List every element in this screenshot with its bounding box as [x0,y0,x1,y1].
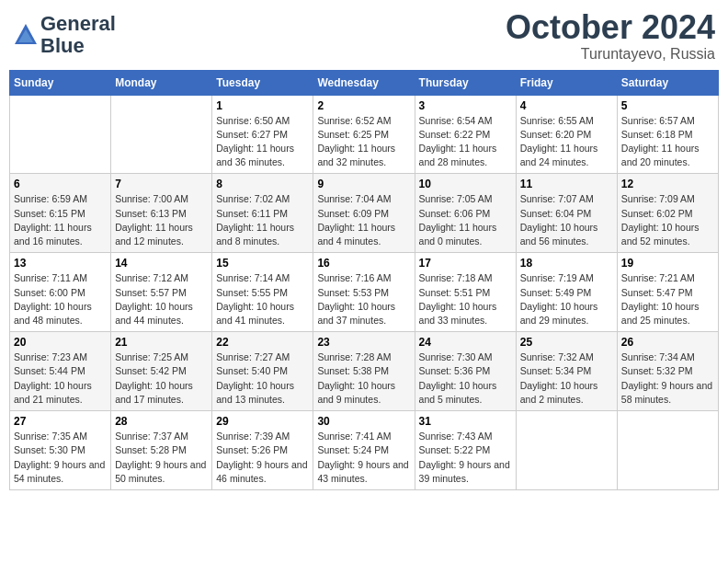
calendar-week-5: 27Sunrise: 7:35 AMSunset: 5:30 PMDayligh… [10,411,719,490]
day-number: 19 [621,257,714,270]
day-info: Sunrise: 7:25 AMSunset: 5:42 PMDaylight:… [115,350,208,407]
calendar-body: 1Sunrise: 6:50 AMSunset: 6:27 PMDaylight… [10,95,719,489]
day-info: Sunrise: 7:19 AMSunset: 5:49 PMDaylight:… [520,271,613,327]
calendar-cell: 20Sunrise: 7:23 AMSunset: 5:44 PMDayligh… [10,332,111,411]
day-info: Sunrise: 7:12 AMSunset: 5:57 PMDaylight:… [115,271,208,327]
weekday-header-wednesday: Wednesday [313,70,415,95]
calendar-cell: 11Sunrise: 7:07 AMSunset: 6:04 PMDayligh… [516,174,617,253]
day-info: Sunrise: 7:05 AMSunset: 6:06 PMDaylight:… [419,192,512,248]
calendar-header: SundayMondayTuesdayWednesdayThursdayFrid… [10,70,719,95]
calendar-cell: 18Sunrise: 7:19 AMSunset: 5:49 PMDayligh… [516,253,617,332]
calendar-week-1: 1Sunrise: 6:50 AMSunset: 6:27 PMDaylight… [10,95,719,174]
day-number: 26 [621,336,714,349]
day-info: Sunrise: 7:14 AMSunset: 5:55 PMDaylight:… [216,271,309,327]
day-number: 25 [520,336,613,349]
day-number: 17 [419,257,512,270]
calendar-cell: 7Sunrise: 7:00 AMSunset: 6:13 PMDaylight… [111,174,212,253]
calendar-cell: 3Sunrise: 6:54 AMSunset: 6:22 PMDaylight… [415,95,516,174]
day-number: 15 [216,257,309,270]
calendar-cell [10,95,111,174]
day-info: Sunrise: 7:16 AMSunset: 5:53 PMDaylight:… [317,271,410,327]
day-number: 27 [14,415,107,428]
calendar-cell: 14Sunrise: 7:12 AMSunset: 5:57 PMDayligh… [111,253,212,332]
calendar-cell: 28Sunrise: 7:37 AMSunset: 5:28 PMDayligh… [111,411,212,490]
day-number: 4 [520,99,613,112]
day-number: 20 [14,336,107,349]
calendar-cell: 16Sunrise: 7:16 AMSunset: 5:53 PMDayligh… [313,253,415,332]
day-number: 21 [115,336,208,349]
calendar-cell: 12Sunrise: 7:09 AMSunset: 6:02 PMDayligh… [617,174,718,253]
calendar-cell: 24Sunrise: 7:30 AMSunset: 5:36 PMDayligh… [415,332,516,411]
day-number: 8 [216,178,309,190]
location: Turuntayevo, Russia [506,46,715,63]
logo-icon [13,22,39,48]
day-info: Sunrise: 7:04 AMSunset: 6:09 PMDaylight:… [317,192,410,248]
day-info: Sunrise: 7:23 AMSunset: 5:44 PMDaylight:… [14,350,107,407]
day-number: 23 [317,336,410,349]
weekday-header-tuesday: Tuesday [212,70,313,95]
day-number: 6 [14,178,107,190]
calendar-cell: 5Sunrise: 6:57 AMSunset: 6:18 PMDaylight… [617,95,718,174]
weekday-header-monday: Monday [111,70,212,95]
title-block: October 2024 Turuntayevo, Russia [506,9,715,63]
day-info: Sunrise: 7:07 AMSunset: 6:04 PMDaylight:… [520,192,613,248]
calendar-week-4: 20Sunrise: 7:23 AMSunset: 5:44 PMDayligh… [10,332,719,411]
day-number: 16 [317,257,410,270]
calendar-cell: 21Sunrise: 7:25 AMSunset: 5:42 PMDayligh… [111,332,212,411]
calendar-cell: 15Sunrise: 7:14 AMSunset: 5:55 PMDayligh… [212,253,313,332]
day-number: 29 [216,415,309,428]
calendar-cell: 17Sunrise: 7:18 AMSunset: 5:51 PMDayligh… [415,253,516,332]
calendar-cell: 27Sunrise: 7:35 AMSunset: 5:30 PMDayligh… [10,411,111,490]
weekday-header-thursday: Thursday [415,70,516,95]
day-number: 1 [216,99,309,112]
day-info: Sunrise: 7:28 AMSunset: 5:38 PMDaylight:… [317,350,410,407]
logo-line1: General [40,13,116,35]
weekday-header-row: SundayMondayTuesdayWednesdayThursdayFrid… [10,70,719,95]
day-info: Sunrise: 7:39 AMSunset: 5:26 PMDaylight:… [216,430,309,486]
day-number: 2 [317,99,410,112]
calendar-cell: 2Sunrise: 6:52 AMSunset: 6:25 PMDaylight… [313,95,415,174]
logo-line2: Blue [40,35,116,57]
calendar-cell: 31Sunrise: 7:43 AMSunset: 5:22 PMDayligh… [415,411,516,490]
day-info: Sunrise: 6:55 AMSunset: 6:20 PMDaylight:… [520,114,613,170]
day-number: 9 [317,178,410,190]
calendar-cell: 25Sunrise: 7:32 AMSunset: 5:34 PMDayligh… [516,332,617,411]
day-number: 31 [419,415,512,428]
calendar-cell: 19Sunrise: 7:21 AMSunset: 5:47 PMDayligh… [617,253,718,332]
day-number: 10 [419,178,512,190]
calendar-cell [617,411,718,490]
page-header: General Blue October 2024 Turuntayevo, R… [9,9,719,63]
calendar-cell: 30Sunrise: 7:41 AMSunset: 5:24 PMDayligh… [313,411,415,490]
calendar-cell: 8Sunrise: 7:02 AMSunset: 6:11 PMDaylight… [212,174,313,253]
weekday-header-saturday: Saturday [617,70,718,95]
day-info: Sunrise: 7:30 AMSunset: 5:36 PMDaylight:… [419,350,512,407]
calendar-cell: 23Sunrise: 7:28 AMSunset: 5:38 PMDayligh… [313,332,415,411]
day-info: Sunrise: 7:21 AMSunset: 5:47 PMDaylight:… [621,271,714,327]
day-number: 7 [115,178,208,190]
day-info: Sunrise: 7:09 AMSunset: 6:02 PMDaylight:… [621,192,714,248]
day-number: 13 [14,257,107,270]
day-info: Sunrise: 6:50 AMSunset: 6:27 PMDaylight:… [216,114,309,170]
calendar-cell: 9Sunrise: 7:04 AMSunset: 6:09 PMDaylight… [313,174,415,253]
day-info: Sunrise: 7:11 AMSunset: 6:00 PMDaylight:… [14,271,107,327]
day-number: 24 [419,336,512,349]
day-info: Sunrise: 7:02 AMSunset: 6:11 PMDaylight:… [216,192,309,248]
day-info: Sunrise: 6:57 AMSunset: 6:18 PMDaylight:… [621,114,714,170]
day-number: 28 [115,415,208,428]
day-number: 30 [317,415,410,428]
calendar-cell: 29Sunrise: 7:39 AMSunset: 5:26 PMDayligh… [212,411,313,490]
day-info: Sunrise: 7:27 AMSunset: 5:40 PMDaylight:… [216,350,309,407]
day-number: 5 [621,99,714,112]
calendar-cell: 10Sunrise: 7:05 AMSunset: 6:06 PMDayligh… [415,174,516,253]
day-info: Sunrise: 6:52 AMSunset: 6:25 PMDaylight:… [317,114,410,170]
calendar-cell: 4Sunrise: 6:55 AMSunset: 6:20 PMDaylight… [516,95,617,174]
day-info: Sunrise: 7:43 AMSunset: 5:22 PMDaylight:… [419,430,512,486]
day-info: Sunrise: 7:00 AMSunset: 6:13 PMDaylight:… [115,192,208,248]
calendar-cell [516,411,617,490]
day-number: 14 [115,257,208,270]
calendar-cell [111,95,212,174]
day-info: Sunrise: 7:18 AMSunset: 5:51 PMDaylight:… [419,271,512,327]
weekday-header-sunday: Sunday [10,70,111,95]
day-info: Sunrise: 7:32 AMSunset: 5:34 PMDaylight:… [520,350,613,407]
day-info: Sunrise: 7:41 AMSunset: 5:24 PMDaylight:… [317,430,410,486]
